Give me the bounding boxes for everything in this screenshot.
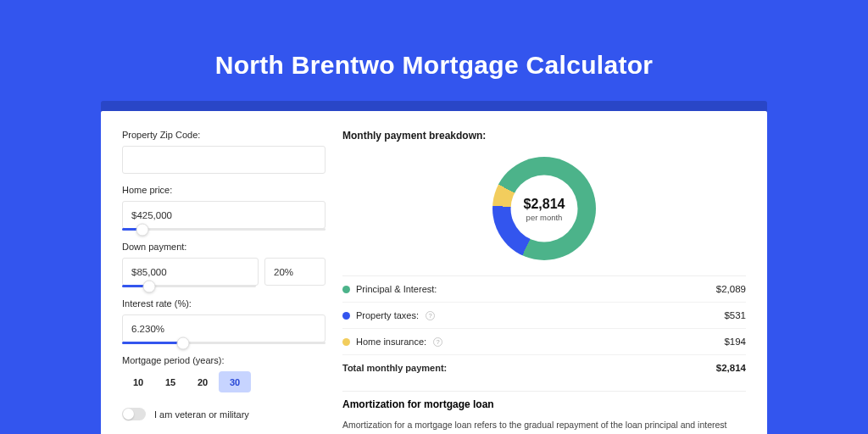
breakdown-title: Monthly payment breakdown: — [342, 130, 746, 145]
home-price-input[interactable] — [122, 201, 326, 229]
legend-dot-icon — [342, 312, 350, 320]
form-column: Property Zip Code: Home price: Down paym… — [122, 130, 326, 434]
zip-input[interactable] — [122, 146, 326, 174]
donut-chart: $2,814 per month — [492, 157, 596, 260]
slider-thumb[interactable] — [177, 337, 190, 349]
help-icon[interactable]: ? — [433, 337, 442, 347]
legend-dot-icon — [342, 286, 350, 293]
legend-row-principal: Principal & Interest:$2,089 — [342, 275, 746, 302]
legend-value: $531 — [724, 310, 746, 320]
total-value: $2,814 — [716, 363, 746, 373]
amort-body: Amortization for a mortgage loan refers … — [342, 419, 746, 434]
zip-label: Property Zip Code: — [122, 130, 326, 140]
period-label: Mortgage period (years): — [122, 355, 326, 365]
legend-dot-icon — [342, 338, 350, 346]
home-price-field: Home price: — [122, 185, 326, 231]
home-price-slider[interactable] — [122, 228, 326, 231]
calculator-card: Property Zip Code: Home price: Down paym… — [101, 111, 767, 434]
page-root: North Brentwo Mortgage Calculator Proper… — [0, 0, 868, 434]
donut-center: $2,814 per month — [511, 175, 578, 242]
legend-value: $194 — [724, 337, 746, 347]
donut-wrap: $2,814 per month — [342, 157, 746, 260]
period-field: Mortgage period (years): 10152030 — [122, 355, 326, 392]
breakdown-column: Monthly payment breakdown: $2,814 per mo… — [342, 130, 746, 434]
slider-thumb[interactable] — [142, 280, 155, 292]
period-row: 10152030 — [122, 371, 326, 392]
amort-title: Amortization for mortgage loan — [342, 391, 746, 410]
interest-rate-input[interactable] — [122, 314, 326, 342]
interest-rate-label: Interest rate (%): — [122, 298, 326, 309]
total-row: Total monthly payment: $2,814 — [342, 354, 746, 381]
legend: Principal & Interest:$2,089Property taxe… — [342, 275, 746, 354]
period-button-15[interactable]: 15 — [154, 371, 186, 392]
down-payment-amount-input[interactable] — [122, 258, 259, 286]
period-button-20[interactable]: 20 — [186, 371, 219, 392]
total-label: Total monthly payment: — [342, 363, 447, 373]
zip-field: Property Zip Code: — [122, 130, 326, 174]
legend-label: Property taxes: — [356, 310, 419, 320]
slider-thumb[interactable] — [136, 223, 149, 236]
page-title: North Brentwo Mortgage Calculator — [215, 51, 654, 80]
donut-sub: per month — [526, 212, 563, 221]
home-price-label: Home price: — [122, 185, 326, 195]
banner: Property Zip Code: Home price: Down paym… — [101, 101, 767, 434]
veteran-label: I am veteran or military — [154, 409, 249, 420]
legend-label: Principal & Interest: — [356, 284, 437, 294]
donut-amount: $2,814 — [524, 196, 565, 211]
help-icon[interactable]: ? — [426, 311, 435, 320]
legend-row-insurance: Home insurance:?$194 — [342, 328, 746, 354]
slider-fill — [122, 342, 183, 344]
legend-label: Home insurance: — [356, 337, 426, 347]
veteran-row: I am veteran or military — [122, 408, 326, 420]
period-button-10[interactable]: 10 — [122, 371, 154, 392]
veteran-toggle[interactable] — [122, 408, 146, 420]
legend-value: $2,089 — [716, 284, 746, 294]
down-payment-percent-input[interactable] — [264, 258, 326, 286]
period-button-30[interactable]: 30 — [219, 371, 251, 392]
down-payment-field: Down payment: — [122, 242, 326, 287]
interest-rate-slider[interactable] — [122, 342, 326, 344]
interest-rate-field: Interest rate (%): — [122, 298, 326, 344]
down-payment-slider[interactable] — [122, 285, 256, 287]
legend-row-taxes: Property taxes:?$531 — [342, 302, 746, 328]
down-payment-label: Down payment: — [122, 242, 326, 252]
